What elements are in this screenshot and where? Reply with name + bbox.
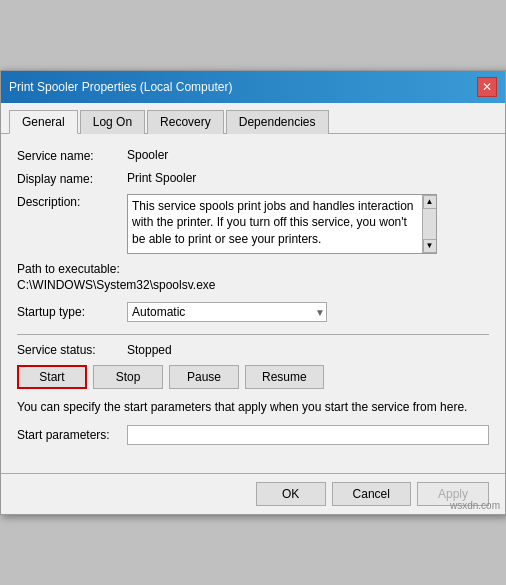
cancel-button[interactable]: Cancel: [332, 482, 411, 506]
ok-button[interactable]: OK: [256, 482, 326, 506]
description-label: Description:: [17, 194, 127, 209]
content-panel: Service name: Spooler Display name: Prin…: [1, 134, 505, 474]
description-box[interactable]: This service spools print jobs and handl…: [127, 194, 437, 254]
close-button[interactable]: ✕: [477, 77, 497, 97]
path-section: Path to executable: C:\WINDOWS\System32\…: [17, 262, 489, 292]
display-name-value: Print Spooler: [127, 171, 196, 185]
params-input[interactable]: [127, 425, 489, 445]
scroll-thumb[interactable]: [423, 209, 436, 239]
tab-dependencies[interactable]: Dependencies: [226, 110, 329, 134]
divider-1: [17, 334, 489, 335]
tab-bar: General Log On Recovery Dependencies: [1, 103, 505, 134]
path-value: C:\WINDOWS\System32\spoolsv.exe: [17, 278, 489, 292]
startup-select-wrapper: Automatic Manual Disabled ▼: [127, 302, 327, 322]
params-label: Start parameters:: [17, 428, 127, 442]
stop-button[interactable]: Stop: [93, 365, 163, 389]
service-name-value: Spooler: [127, 148, 168, 162]
main-window: Print Spooler Properties (Local Computer…: [0, 70, 506, 516]
startup-row: Startup type: Automatic Manual Disabled …: [17, 302, 489, 322]
watermark: wsxdn.com: [450, 500, 500, 511]
path-label: Path to executable:: [17, 262, 489, 276]
description-row: Description: This service spools print j…: [17, 194, 489, 254]
startup-label: Startup type:: [17, 305, 127, 319]
bottom-bar: OK Cancel Apply: [1, 473, 505, 514]
display-name-row: Display name: Print Spooler: [17, 171, 489, 186]
description-text: This service spools print jobs and handl…: [132, 198, 432, 248]
pause-button[interactable]: Pause: [169, 365, 239, 389]
params-row: Start parameters:: [17, 425, 489, 445]
scroll-down-arrow[interactable]: ▼: [423, 239, 437, 253]
title-bar: Print Spooler Properties (Local Computer…: [1, 71, 505, 103]
action-buttons-row: Start Stop Pause Resume: [17, 365, 489, 389]
service-name-label: Service name:: [17, 148, 127, 163]
hint-text: You can specify the start parameters tha…: [17, 399, 489, 416]
tab-general[interactable]: General: [9, 110, 78, 134]
service-name-row: Service name: Spooler: [17, 148, 489, 163]
status-value: Stopped: [127, 343, 172, 357]
start-button[interactable]: Start: [17, 365, 87, 389]
resume-button[interactable]: Resume: [245, 365, 324, 389]
tab-recovery[interactable]: Recovery: [147, 110, 224, 134]
status-label: Service status:: [17, 343, 127, 357]
tab-logon[interactable]: Log On: [80, 110, 145, 134]
window-title: Print Spooler Properties (Local Computer…: [9, 80, 232, 94]
description-scrollbar[interactable]: ▲ ▼: [422, 195, 436, 253]
display-name-label: Display name:: [17, 171, 127, 186]
startup-select[interactable]: Automatic Manual Disabled: [127, 302, 327, 322]
scroll-up-arrow[interactable]: ▲: [423, 195, 437, 209]
status-row: Service status: Stopped: [17, 343, 489, 357]
